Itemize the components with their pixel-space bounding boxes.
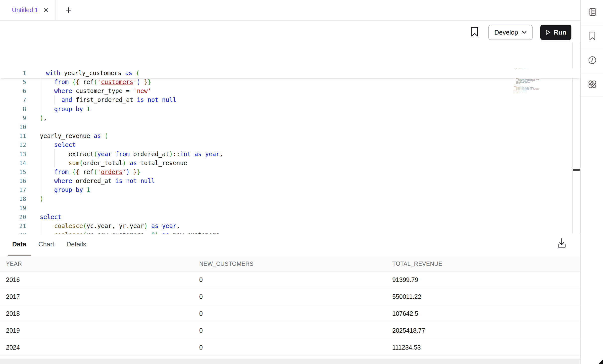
sticky-code-line: 1with yearly_customers as (: [0, 69, 580, 78]
table-cell: 0: [193, 339, 386, 356]
code-line-18: 18): [0, 194, 580, 203]
code-line-15: 15 from {{ ref('orders') }}: [0, 168, 580, 177]
bookmark-button[interactable]: [471, 27, 478, 37]
code-line-5: 5 from {{ ref('customers') }}: [0, 78, 580, 87]
history-panel-button[interactable]: [581, 48, 603, 72]
notebook-panel-button[interactable]: [581, 0, 603, 24]
develop-dropdown[interactable]: Develop: [488, 25, 533, 40]
code-line-1: 1with yearly_customers as (: [0, 69, 580, 78]
indent-guide: [40, 105, 40, 114]
code-line-16: 16 where ordered_at is not null: [0, 177, 580, 185]
line-number: 19: [0, 204, 26, 213]
line-number: 20: [0, 213, 26, 222]
line-number: 10: [0, 123, 26, 132]
table-row: 20180107642.5: [0, 305, 580, 322]
pinwheel-icon: [587, 79, 597, 89]
new-tab-button[interactable]: [63, 5, 73, 15]
play-icon: [546, 30, 551, 35]
run-button[interactable]: Run: [540, 25, 571, 40]
indent-guide: [54, 159, 55, 168]
bookmark-icon: [471, 27, 478, 37]
table-row: 20170550011.22: [0, 288, 580, 305]
tab-label: Untitled 1: [12, 6, 38, 14]
line-number: 11: [0, 132, 26, 140]
table-cell: 0: [193, 288, 386, 305]
table-header-row: YEARNEW_CUSTOMERSTOTAL_REVENUE: [0, 256, 580, 272]
table-cell: 107642.5: [386, 305, 580, 322]
column-header: YEAR: [0, 256, 193, 272]
history-icon: [588, 55, 597, 65]
run-label: Run: [554, 29, 566, 36]
right-sidebar: [580, 0, 603, 364]
tab-untitled-1[interactable]: Untitled 1 ✕: [0, 0, 56, 20]
table-cell: 0: [193, 322, 386, 339]
code-line-7: 7 and first_ordered_at is not null: [0, 95, 580, 104]
line-number: 16: [0, 177, 26, 185]
indent-guide: [40, 140, 40, 149]
code-line-9: 9),: [0, 114, 580, 123]
indent-guide: [40, 87, 40, 95]
lineage-panel-button[interactable]: [581, 72, 603, 96]
line-number: 9: [0, 114, 26, 123]
develop-label: Develop: [494, 29, 518, 36]
code-line-8: 8 group by 1: [0, 105, 580, 114]
line-number: 18: [0, 194, 26, 203]
notebook-icon: [588, 7, 597, 17]
line-number: 6: [0, 87, 26, 95]
code-line-14: 14 sum(order_total) as total_revenue: [0, 159, 580, 168]
plus-icon: [65, 7, 72, 14]
tab-chart[interactable]: Chart: [34, 234, 59, 256]
code-lines: 5 from {{ ref('customers') }}6 where cus…: [0, 78, 580, 234]
table-row: 2016091399.79: [0, 272, 580, 288]
line-number: 5: [0, 78, 26, 87]
tab-bar: Untitled 1 ✕: [0, 0, 580, 21]
line-number: 12: [0, 140, 26, 149]
app-window: Untitled 1 ✕ Develop Run Query completed…: [0, 0, 603, 364]
download-button[interactable]: [557, 238, 566, 248]
code-line-20: 20select: [0, 213, 580, 222]
table-cell: 111234.53: [386, 339, 580, 356]
indent-guide: [40, 222, 40, 230]
sql-editor[interactable]: 1with yearly_customers as ( 5 from {{ re…: [0, 42, 580, 234]
bookmarks-panel-button[interactable]: [581, 24, 603, 48]
indent-guide: [40, 177, 40, 185]
indent-guide: [40, 95, 40, 104]
code-line-12: 12 select: [0, 140, 580, 149]
table-cell: 2024: [0, 339, 193, 356]
resize-corner: [599, 360, 603, 364]
table-row: 201902025418.77: [0, 322, 580, 339]
indent-guide: [40, 78, 40, 87]
line-number: 17: [0, 185, 26, 194]
code-line-10: 10: [0, 123, 580, 132]
code-line-13: 13 extract(year from ordered_at)::int as…: [0, 150, 580, 159]
table-cell: 2018: [0, 305, 193, 322]
bookmark-icon: [588, 31, 596, 41]
column-header: NEW_CUSTOMERS: [193, 256, 386, 272]
table-row: 20240111234.53: [0, 339, 580, 356]
results-panel: DataChartDetails YEARNEW_CUSTOMERSTOTAL_…: [0, 234, 580, 364]
indent-guide: [40, 150, 40, 159]
close-icon[interactable]: ✕: [43, 7, 49, 13]
tab-data[interactable]: Data: [8, 234, 31, 256]
results-tabs: DataChartDetails: [0, 234, 580, 256]
column-header: TOTAL_REVENUE: [386, 256, 580, 272]
table-cell: 2016: [0, 272, 193, 288]
table-body: 2016091399.7920170550011.2220180107642.5…: [0, 272, 580, 356]
line-number: 14: [0, 159, 26, 168]
download-icon: [557, 238, 566, 248]
table-cell: 2017: [0, 288, 193, 305]
table-cell: 2019: [0, 322, 193, 339]
table-cell: 2025418.77: [386, 322, 580, 339]
tab-details[interactable]: Details: [62, 234, 91, 256]
table-cell: 0: [193, 305, 386, 322]
code-line-11: 11yearly_revenue as (: [0, 132, 580, 140]
code-line-17: 17 group by 1: [0, 185, 580, 194]
code-line-19: 19: [0, 204, 580, 213]
indent-guide: [40, 185, 40, 194]
line-number: 15: [0, 168, 26, 177]
line-number: 7: [0, 95, 26, 104]
scrollbar-marker[interactable]: [573, 169, 580, 171]
line-number: 13: [0, 150, 26, 159]
indent-guide: [40, 159, 40, 168]
horizontal-scrollbar[interactable]: [0, 359, 580, 364]
